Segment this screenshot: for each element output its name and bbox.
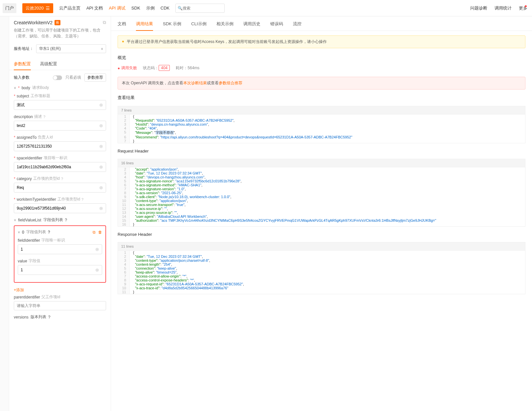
delete-item-icon[interactable]: 🗑 <box>98 230 102 235</box>
category-input[interactable]: ⊗ <box>14 183 106 193</box>
help-icon[interactable]: ? <box>81 197 83 201</box>
clear-icon[interactable]: ⊗ <box>99 144 103 149</box>
tab-call-result[interactable]: 调用结果 <box>136 21 153 31</box>
nav-api-debug[interactable]: API 调试 <box>109 5 126 11</box>
brand-button[interactable]: 云效2020 ☰ <box>22 3 53 13</box>
assignedto-input[interactable]: ⊗ <box>14 141 106 151</box>
fieldidentifier-input[interactable]: ⊗ <box>18 244 102 254</box>
help-icon[interactable]: ? <box>43 115 45 119</box>
help-icon[interactable]: ? <box>48 230 50 235</box>
region-select[interactable]: 华东1 (杭州) ∨ <box>36 44 106 53</box>
clear-icon[interactable]: ⊗ <box>99 123 103 128</box>
api-name: CreateWorkitemV2 <box>14 20 53 25</box>
workitemtype-input[interactable]: ⊗ <box>14 203 106 213</box>
nav-cdk[interactable]: CDK <box>161 6 169 10</box>
description-input[interactable]: ⊗ <box>14 121 106 131</box>
clear-icon[interactable]: ⊗ <box>95 247 99 252</box>
required-only-toggle[interactable] <box>53 75 62 80</box>
copy-icon[interactable]: ⧉ <box>103 20 106 25</box>
tab-sdk-example[interactable]: SDK 示例 <box>163 21 181 31</box>
subject-input[interactable]: ⊗ <box>14 100 106 110</box>
response-header-title: Response Header <box>111 230 532 239</box>
nav-examples[interactable]: 示例 <box>146 5 155 11</box>
view-result-title: 查看结果 <box>111 93 532 103</box>
tab-cli-example[interactable]: CLI示例 <box>191 21 206 31</box>
versions-expand[interactable]: versions 版本列表 ? <box>14 314 106 320</box>
nav-stats[interactable]: 调用统计 <box>495 5 512 11</box>
parentidentifier-input[interactable] <box>14 301 106 310</box>
tab-advanced-config[interactable]: 高级配置 <box>40 58 57 70</box>
param-recommend-link[interactable]: 参数组合推荐 <box>219 81 242 85</box>
error-icon: ● <box>118 66 120 71</box>
top-nav: 门户 云效2020 ☰ 云产品主页 API 文档 API 调试 SDK 示例 C… <box>0 0 532 16</box>
status-code: 404 <box>159 65 170 71</box>
help-icon[interactable]: ? <box>65 218 67 222</box>
chevron-down-icon: ∨ <box>14 218 16 222</box>
tab-doc[interactable]: 文档 <box>118 21 126 31</box>
clear-icon[interactable]: ⊗ <box>95 267 99 273</box>
diagnose-link[interactable]: 本次诊断结果 <box>183 81 207 85</box>
body-expand[interactable]: ∨ * body 请求Body <box>14 85 106 91</box>
result-tabs: 文档 调用结果 SDK 示例 CLI示例 相关示例 调用历史 错误码 流控 <box>111 16 532 31</box>
help-icon[interactable]: ? <box>61 177 63 181</box>
search-input[interactable] <box>183 6 222 10</box>
value-input[interactable]: ⊗ <box>18 265 102 275</box>
add-item-button[interactable]: +添加 <box>14 286 106 294</box>
warning-icon: ● <box>122 39 124 45</box>
param-panel: CreateWorkitemV2 推 ⧉ 创建工作项，可以用于创建项目下的工作项… <box>9 16 111 411</box>
request-header-title: Request Header <box>111 147 532 155</box>
response-header-block: 11 lines 1{2 "date": "Tue, 12 Dec 2023 0… <box>118 242 525 294</box>
clear-icon[interactable]: ⊗ <box>99 206 103 211</box>
nav-home[interactable]: 云产品主页 <box>59 5 80 11</box>
copy-item-icon[interactable]: ⧉ <box>93 230 96 235</box>
fieldvaluelist-expand[interactable]: ∨ fieldValueList 字段值列表 ? <box>14 217 106 223</box>
api-badge: 推 <box>55 20 60 25</box>
notification-dot <box>525 5 527 7</box>
overview-title: 概览 <box>111 53 532 63</box>
nav-diagnose[interactable]: 问题诊断 <box>470 5 487 11</box>
api-desc: 创建工作项，可以用于创建项目下的工作项，包含（需求、缺陷、任务、风险、主题等） <box>14 27 106 39</box>
fail-hint: 本次 OpenAPI 调用失败，点击查看本次诊断结果或查看参数组合推荐 <box>118 77 525 90</box>
clear-icon[interactable]: ⊗ <box>99 102 103 108</box>
chevron-down-icon: ∨ <box>101 47 103 51</box>
menu-icon: ☰ <box>46 6 50 11</box>
search-icon: 🔍 <box>178 6 183 10</box>
toggle-label: 只看必填 <box>65 75 81 80</box>
tab-throttle[interactable]: 流控 <box>293 21 301 31</box>
field-value-item: ∨ 0 字段值列表 ? ⧉ 🗑 fieldIdentifier字段唯一标识 ⊗ … <box>14 225 106 283</box>
param-recommend-button[interactable]: 参数推荐 <box>84 73 106 82</box>
chevron-down-icon: ∨ <box>14 86 16 90</box>
region-label: 服务地址： <box>14 46 33 51</box>
tab-param-config[interactable]: 参数配置 <box>14 58 31 70</box>
clear-icon[interactable]: ⊗ <box>99 164 103 170</box>
clear-icon[interactable]: ⊗ <box>99 185 103 190</box>
tab-related[interactable]: 相关示例 <box>216 21 233 31</box>
nav-api-doc[interactable]: API 文档 <box>86 5 103 11</box>
warning-alert: ● 平台通过已登录用户信息获取当前账号临时Access Keys，发起调用可能对… <box>118 35 525 48</box>
nav-sdk[interactable]: SDK <box>131 6 140 10</box>
tab-error-codes[interactable]: 错误码 <box>270 21 283 31</box>
result-panel: 文档 调用结果 SDK 示例 CLI示例 相关示例 调用历史 错误码 流控 ● … <box>111 16 532 411</box>
result-code-block: 7 lines 1{2 "RequestId": "65231D1A-A50A-… <box>118 106 525 143</box>
left-rail <box>0 16 9 411</box>
help-icon[interactable]: ? <box>48 315 51 319</box>
search-box[interactable]: 🔍 <box>175 4 225 13</box>
request-header-block: 16 lines 2 "accept": "application/json",… <box>118 159 525 227</box>
portal-tag[interactable]: 门户 <box>3 3 16 13</box>
tab-history[interactable]: 调用历史 <box>243 21 260 31</box>
chevron-down-icon[interactable]: ∨ <box>18 230 20 234</box>
call-fail-status: ●调用失败 <box>118 65 137 71</box>
input-params-title: 输入参数 <box>14 75 30 80</box>
spaceidentifier-input[interactable]: ⊗ <box>14 162 106 172</box>
